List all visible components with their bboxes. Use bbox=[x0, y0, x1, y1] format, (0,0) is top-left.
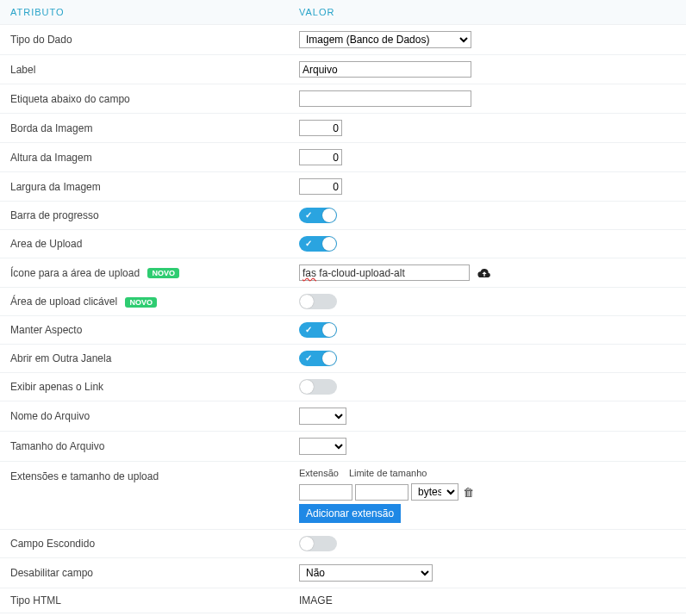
trash-icon[interactable]: 🗑 bbox=[463, 486, 474, 499]
header-attribute: ATRIBUTO bbox=[0, 0, 289, 25]
label-clicavel: Área de upload clicável NOVO bbox=[0, 288, 289, 316]
label-tam-arquivo: Tamanho do Arquivo bbox=[0, 432, 289, 462]
label-tipo-html: Tipo HTML bbox=[0, 588, 289, 613]
check-icon: ✓ bbox=[305, 325, 312, 334]
label-label: Label bbox=[0, 55, 289, 84]
label-largura: Largura da Imagem bbox=[0, 172, 289, 202]
check-icon: ✓ bbox=[305, 353, 312, 363]
label-barra: Barra de progresso bbox=[0, 202, 289, 230]
label-icone-upload: Ícone para a área de upload NOVO bbox=[0, 258, 289, 288]
input-altura[interactable] bbox=[299, 149, 342, 165]
input-label[interactable] bbox=[299, 61, 471, 78]
label-altura: Altura da Imagem bbox=[0, 143, 289, 172]
select-tam-arquivo[interactable] bbox=[299, 438, 346, 455]
toggle-clicavel[interactable] bbox=[299, 294, 337, 309]
select-nome-arquivo[interactable] bbox=[299, 408, 346, 425]
label-borda: Borda da Imagem bbox=[0, 114, 289, 143]
input-borda[interactable] bbox=[299, 120, 342, 136]
input-largura[interactable] bbox=[299, 178, 342, 195]
sublabel-extensao: Extensão bbox=[299, 468, 339, 478]
check-icon: ✓ bbox=[305, 210, 312, 220]
label-area-upload: Area de Upload bbox=[0, 230, 289, 258]
button-adicionar-extensao[interactable]: Adicionar extensão bbox=[299, 504, 401, 523]
cloud-upload-icon[interactable] bbox=[477, 266, 491, 281]
header-value: VALOR bbox=[289, 0, 686, 25]
toggle-exibir-link[interactable] bbox=[299, 379, 337, 395]
label-escondido: Campo Escondido bbox=[0, 530, 289, 558]
toggle-area-upload[interactable]: ✓ bbox=[299, 236, 337, 252]
toggle-escondido[interactable] bbox=[299, 536, 337, 551]
label-exibir-link: Exibir apenas o Link bbox=[0, 373, 289, 401]
toggle-barra[interactable]: ✓ bbox=[299, 208, 337, 223]
properties-table: ATRIBUTO VALOR Tipo do Dado Imagem (Banc… bbox=[0, 0, 686, 616]
toggle-aspecto[interactable]: ✓ bbox=[299, 322, 337, 338]
label-etiqueta: Etiqueta abaixo do campo bbox=[0, 84, 289, 114]
label-tipo-dado: Tipo do Dado bbox=[0, 25, 289, 55]
label-abrir: Abrir em Outra Janela bbox=[0, 345, 289, 373]
input-extensao[interactable] bbox=[299, 484, 352, 501]
input-icone-upload[interactable]: fas fa-cloud-upload-alt bbox=[299, 264, 470, 281]
label-aspecto: Manter Aspecto bbox=[0, 316, 289, 345]
badge-novo: NOVO bbox=[147, 268, 179, 278]
value-tipo-html: IMAGE bbox=[289, 588, 686, 613]
select-tipo-dado[interactable]: Imagem (Banco de Dados) bbox=[299, 31, 471, 48]
select-unit[interactable]: bytes bbox=[411, 483, 458, 501]
input-etiqueta[interactable] bbox=[299, 90, 471, 107]
sublabel-limite: Limite de tamanho bbox=[349, 468, 427, 478]
check-icon: ✓ bbox=[305, 239, 312, 248]
badge-novo: NOVO bbox=[125, 297, 157, 308]
select-desabilitar[interactable]: Não bbox=[299, 564, 433, 582]
toggle-abrir[interactable]: ✓ bbox=[299, 351, 337, 366]
label-nome-arquivo: Nome do Arquivo bbox=[0, 401, 289, 432]
label-desabilitar: Desabilitar campo bbox=[0, 558, 289, 588]
input-limite[interactable] bbox=[355, 484, 408, 501]
label-extensoes: Extensões e tamanho de upload bbox=[0, 462, 289, 530]
